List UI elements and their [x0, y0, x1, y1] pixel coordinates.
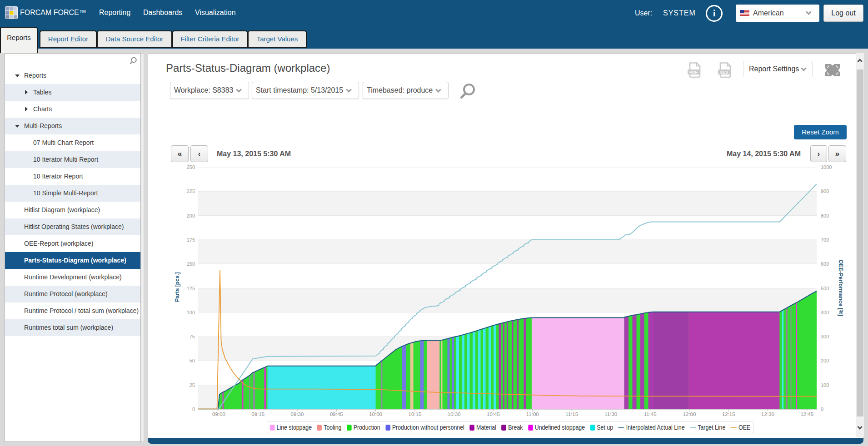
- svg-text:10:30: 10:30: [448, 411, 461, 417]
- svg-text:0: 0: [821, 406, 823, 412]
- svg-text:150: 150: [187, 261, 195, 267]
- svg-text:Parts [pcs.]: Parts [pcs.]: [174, 272, 180, 302]
- svg-text:50: 50: [190, 358, 195, 363]
- svg-text:10:45: 10:45: [487, 411, 500, 417]
- svg-text:125: 125: [187, 286, 195, 291]
- svg-text:11:15: 11:15: [565, 411, 578, 417]
- svg-text:250: 250: [187, 164, 195, 170]
- svg-text:1000: 1000: [821, 164, 832, 170]
- svg-text:0: 0: [192, 406, 195, 412]
- svg-text:200: 200: [821, 358, 829, 363]
- svg-text:500: 500: [821, 286, 829, 291]
- svg-text:400: 400: [821, 310, 829, 315]
- svg-text:300: 300: [821, 334, 829, 339]
- svg-text:900: 900: [821, 188, 829, 194]
- svg-text:12:00: 12:00: [683, 411, 696, 417]
- svg-text:175: 175: [187, 237, 195, 243]
- svg-text:10:15: 10:15: [409, 411, 422, 417]
- svg-text:XLS: XLS: [720, 70, 728, 74]
- svg-text:10:00: 10:00: [369, 411, 382, 417]
- svg-text:11:45: 11:45: [644, 411, 657, 417]
- svg-text:12:30: 12:30: [761, 411, 774, 417]
- svg-text:700: 700: [821, 237, 829, 243]
- svg-text:09:00: 09:00: [212, 411, 225, 417]
- svg-text:11:30: 11:30: [604, 411, 617, 417]
- svg-text:100: 100: [187, 310, 195, 315]
- svg-text:100: 100: [821, 382, 829, 388]
- svg-text:200: 200: [187, 213, 195, 218]
- svg-text:12:15: 12:15: [722, 411, 735, 417]
- svg-text:225: 225: [187, 188, 195, 194]
- svg-text:25: 25: [190, 382, 195, 388]
- svg-text:09:45: 09:45: [330, 411, 343, 417]
- svg-text:75: 75: [190, 334, 195, 339]
- svg-text:600: 600: [821, 261, 829, 267]
- svg-text:09:15: 09:15: [251, 411, 264, 417]
- svg-text:12:45: 12:45: [800, 411, 813, 417]
- svg-text:09:30: 09:30: [291, 411, 304, 417]
- svg-text:11:00: 11:00: [526, 411, 539, 417]
- svg-text:800: 800: [821, 213, 829, 218]
- svg-text:OEE-Performance [%]: OEE-Performance [%]: [838, 260, 844, 317]
- svg-text:PDF: PDF: [689, 70, 698, 74]
